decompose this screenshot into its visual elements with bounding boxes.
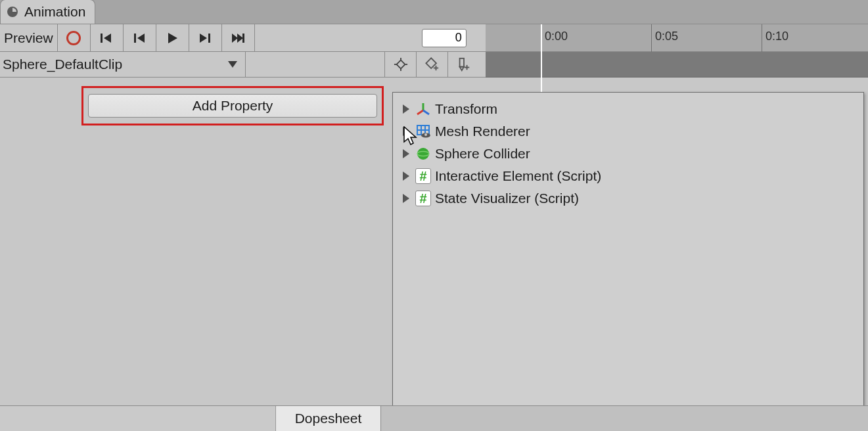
clip-name: Sphere_DefaultClip bbox=[3, 57, 122, 72]
timeline-track-row[interactable] bbox=[486, 52, 868, 78]
time-tick bbox=[651, 24, 652, 52]
transform-icon bbox=[415, 101, 431, 117]
svg-point-32 bbox=[417, 148, 429, 160]
svg-marker-5 bbox=[168, 33, 177, 43]
add-keyframe-button[interactable] bbox=[417, 52, 448, 77]
expand-arrow-icon bbox=[401, 171, 411, 181]
popup-item-state-visualizer[interactable]: # State Visualizer (Script) bbox=[393, 187, 863, 210]
expand-arrow-icon bbox=[401, 149, 411, 158]
sphere-collider-icon bbox=[415, 146, 431, 162]
expand-arrow-icon bbox=[401, 127, 411, 136]
preview-label: Preview bbox=[4, 30, 53, 46]
time-label-0: 0:00 bbox=[545, 30, 568, 43]
svg-rect-11 bbox=[396, 60, 405, 69]
popup-item-meshrenderer[interactable]: Mesh Renderer bbox=[393, 120, 863, 143]
mesh-renderer-icon bbox=[415, 124, 431, 139]
svg-rect-19 bbox=[460, 58, 464, 67]
svg-rect-10 bbox=[242, 34, 244, 43]
add-property-label: Add Property bbox=[193, 98, 273, 114]
add-property-button[interactable]: Add Property bbox=[88, 94, 377, 118]
svg-rect-3 bbox=[134, 34, 136, 43]
svg-marker-8 bbox=[232, 34, 238, 43]
expand-arrow-icon bbox=[401, 104, 411, 114]
popup-item-label: Sphere Collider bbox=[435, 146, 530, 162]
svg-line-25 bbox=[423, 110, 429, 114]
preview-button[interactable]: Preview bbox=[0, 24, 58, 51]
first-frame-button[interactable] bbox=[91, 24, 124, 51]
svg-rect-16 bbox=[426, 58, 436, 68]
chevron-down-icon bbox=[228, 61, 237, 68]
play-icon bbox=[164, 30, 180, 46]
animation-tab[interactable]: Animation bbox=[0, 0, 95, 24]
popup-item-transform[interactable]: Transform bbox=[393, 98, 863, 120]
script-icon: # bbox=[415, 191, 431, 206]
filter-selection-button[interactable] bbox=[385, 52, 417, 77]
prev-frame-icon bbox=[131, 30, 147, 46]
last-frame-icon bbox=[230, 30, 246, 46]
svg-marker-6 bbox=[200, 34, 207, 43]
svg-marker-20 bbox=[460, 67, 464, 71]
property-popup: Transform Mesh Renderer Sphere Collider … bbox=[392, 92, 864, 422]
svg-line-24 bbox=[417, 110, 423, 114]
toolbar-spacer bbox=[255, 24, 422, 51]
highlight-box: Add Property bbox=[81, 86, 384, 125]
dopesheet-tab[interactable]: Dopesheet bbox=[276, 406, 381, 431]
svg-marker-9 bbox=[237, 34, 243, 43]
property-list-area bbox=[0, 78, 397, 408]
script-icon: # bbox=[415, 168, 431, 184]
clip-dropdown[interactable]: Sphere_DefaultClip bbox=[0, 52, 246, 77]
bottom-tabs: Dopesheet bbox=[0, 405, 868, 431]
time-label-2: 0:10 bbox=[765, 30, 788, 43]
expand-arrow-icon bbox=[401, 194, 411, 203]
tab-bar: Animation bbox=[0, 0, 868, 24]
crosshair-icon bbox=[394, 57, 408, 72]
next-frame-icon bbox=[197, 30, 213, 46]
first-frame-icon bbox=[99, 30, 114, 46]
frame-input[interactable] bbox=[422, 29, 467, 47]
diamond-plus-icon bbox=[425, 57, 440, 72]
clip-spacer bbox=[246, 52, 385, 77]
popup-item-interactive-element[interactable]: # Interactive Element (Script) bbox=[393, 165, 863, 187]
popup-item-label: Transform bbox=[435, 101, 497, 117]
dopesheet-label: Dopesheet bbox=[295, 411, 362, 426]
prev-frame-button[interactable] bbox=[124, 24, 156, 51]
svg-rect-1 bbox=[101, 34, 103, 43]
svg-marker-2 bbox=[104, 34, 111, 43]
svg-rect-7 bbox=[208, 34, 210, 43]
time-label-1: 0:05 bbox=[655, 30, 678, 43]
time-tick bbox=[762, 24, 762, 52]
bottom-spacer bbox=[0, 406, 276, 431]
play-button[interactable] bbox=[156, 24, 189, 51]
last-frame-button[interactable] bbox=[222, 24, 255, 51]
svg-marker-4 bbox=[137, 34, 145, 43]
popup-item-label: Mesh Renderer bbox=[435, 124, 530, 139]
record-icon bbox=[66, 31, 81, 45]
popup-item-label: State Visualizer (Script) bbox=[435, 191, 579, 206]
popup-item-spherecollider[interactable]: Sphere Collider bbox=[393, 143, 863, 165]
next-frame-button[interactable] bbox=[189, 24, 222, 51]
tab-title: Animation bbox=[24, 4, 85, 20]
clock-icon bbox=[6, 5, 19, 18]
svg-point-31 bbox=[424, 133, 427, 136]
popup-item-label: Interactive Element (Script) bbox=[435, 168, 601, 184]
record-button[interactable] bbox=[58, 24, 91, 51]
event-marker-icon bbox=[457, 57, 471, 72]
add-event-button[interactable] bbox=[448, 52, 480, 77]
timeline-ruler[interactable]: 0:00 0:05 0:10 bbox=[486, 24, 868, 52]
